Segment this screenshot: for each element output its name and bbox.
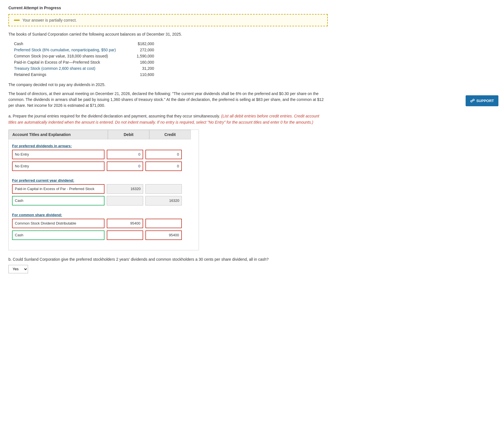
account-name: Common Stock (no-par value, 318,000 shar… — [14, 54, 120, 58]
debit-input[interactable] — [107, 219, 143, 228]
question-a-label: a. Prepare the journal entries required … — [8, 113, 328, 126]
account-amount: $182,000 — [120, 41, 154, 46]
account-name: Cash — [14, 41, 120, 46]
intro-text: The books of Sunland Corporation carried… — [8, 32, 328, 36]
col-credit-header: Credit — [149, 130, 191, 139]
account-amount: 110,600 — [120, 72, 154, 77]
section-label: For preferred dividends in arrears: — [12, 142, 195, 150]
account-amount: 160,000 — [120, 60, 154, 64]
account-balances-table: Cash$182,000Preferred Stock (6% cumulati… — [14, 41, 328, 77]
account-name: Retained Earnings — [14, 72, 120, 77]
account-row: Common Stock (no-par value, 318,000 shar… — [14, 54, 328, 58]
account-amount: 272,000 — [120, 48, 154, 52]
company-note: The company decided not to pay any divid… — [8, 82, 328, 87]
entry-row-1-1 — [12, 196, 195, 205]
account-row: Retained Earnings110,600 — [14, 72, 328, 77]
credit-input[interactable] — [145, 150, 182, 159]
question-a-text: a. Prepare the journal entries required … — [8, 114, 220, 118]
account-name: Paid-in Capital in Excess of Par—Preferr… — [14, 60, 120, 64]
account-title-input[interactable] — [12, 196, 104, 205]
account-title-input[interactable] — [12, 219, 104, 228]
account-row: Paid-in Capital in Excess of Par—Preferr… — [14, 60, 328, 64]
page-title: Current Attempt in Progress — [8, 6, 328, 10]
col-debit-header: Debit — [108, 130, 149, 139]
entry-row-2-0 — [12, 219, 195, 228]
debit-input[interactable] — [107, 184, 143, 194]
entry-row-1-0 — [12, 184, 195, 194]
credit-input[interactable] — [145, 230, 182, 240]
partial-correct-box: Your answer is partially correct. — [8, 14, 328, 26]
entry-row-0-1 — [12, 161, 195, 171]
account-row: Treasury Stock (common 2,600 shares at c… — [14, 66, 328, 71]
journal-table-wrapper: Account Titles and Explanation Debit Cre… — [8, 130, 199, 250]
account-name: Treasury Stock (common 2,600 shares at c… — [14, 66, 120, 71]
account-row: Preferred Stock (6% cumulative, nonparti… — [14, 48, 328, 52]
debit-input[interactable] — [107, 161, 143, 171]
credit-input[interactable] — [145, 196, 182, 205]
account-amount: 31,200 — [120, 66, 154, 71]
account-amount: 1,590,000 — [120, 54, 154, 58]
credit-input[interactable] — [145, 161, 182, 171]
journal-section-1: For preferred current year dividend: — [12, 176, 195, 205]
debit-input[interactable] — [107, 196, 143, 205]
account-title-input[interactable] — [12, 184, 104, 194]
account-name: Preferred Stock (6% cumulative, nonparti… — [14, 48, 120, 52]
account-row: Cash$182,000 — [14, 41, 328, 46]
partial-correct-text: Your answer is partially correct. — [22, 18, 77, 22]
credit-input[interactable] — [145, 184, 182, 194]
section-label: For common share dividend: — [12, 211, 195, 219]
account-title-input[interactable] — [12, 161, 104, 171]
entry-row-0-0 — [12, 150, 195, 159]
question-b: b. Could Sunland Corporation give the pr… — [8, 257, 328, 262]
table-header-row: Account Titles and Explanation Debit Cre… — [9, 130, 199, 139]
entry-row-2-1 — [12, 230, 195, 240]
debit-input[interactable] — [107, 150, 143, 159]
minus-icon — [14, 20, 20, 21]
section-label: For preferred current year dividend: — [12, 176, 195, 184]
table-body: For preferred dividends in arrears:For p… — [9, 139, 199, 247]
account-title-input[interactable] — [12, 150, 104, 159]
journal-section-0: For preferred dividends in arrears: — [12, 142, 195, 171]
board-note: The board of directors, at their annual … — [8, 91, 328, 108]
debit-input[interactable] — [107, 230, 143, 240]
col-title-header: Account Titles and Explanation — [9, 130, 108, 139]
journal-section-2: For common share dividend: — [12, 211, 195, 240]
credit-input[interactable] — [145, 219, 182, 228]
question-b-dropdown[interactable]: YesNo — [8, 265, 28, 273]
account-title-input[interactable] — [12, 230, 104, 240]
